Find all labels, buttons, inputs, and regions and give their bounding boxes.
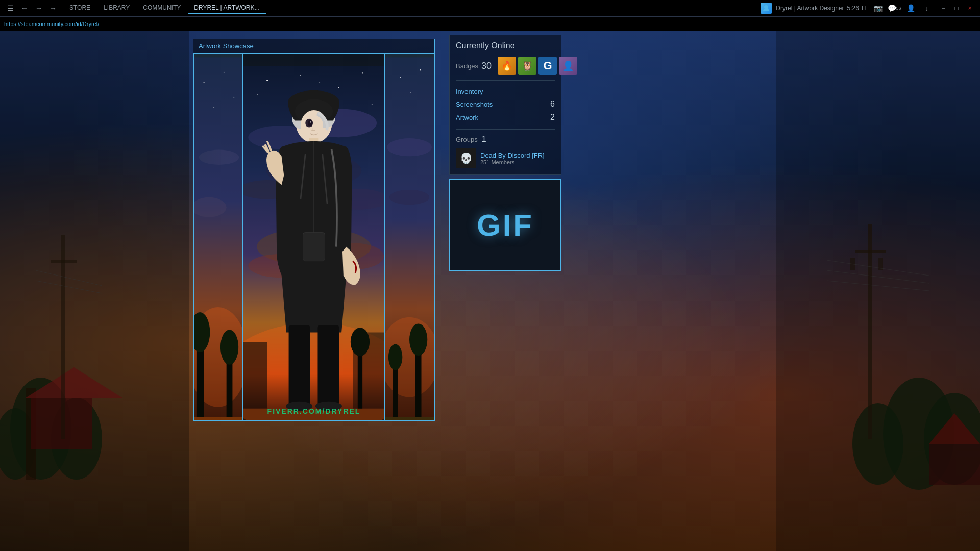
inventory-item: Inventory: [456, 86, 555, 97]
svg-point-11: [883, 378, 954, 490]
bg-left-overlay: [0, 31, 189, 551]
user-info: Dryrel | Artwork Designer 5:26 TL: [776, 5, 868, 12]
svg-point-80: [410, 92, 411, 93]
screenshot-icon[interactable]: 📷: [872, 2, 884, 14]
forward-button[interactable]: →: [33, 2, 45, 14]
svg-point-27: [213, 107, 214, 108]
svg-point-87: [388, 344, 402, 370]
svg-point-36: [266, 80, 268, 81]
artwork-count: 2: [550, 113, 555, 122]
svg-point-76: [351, 328, 370, 356]
svg-point-26: [233, 97, 234, 98]
svg-point-24: [204, 82, 205, 83]
screenshots-link[interactable]: Screenshots: [456, 101, 493, 108]
groups-label: Groups 1: [456, 135, 555, 144]
badge-g[interactable]: G: [538, 57, 557, 75]
screenshots-item: Screenshots 6: [456, 97, 555, 111]
download-icon[interactable]: ↓: [921, 2, 933, 14]
main-content: Artwork Showcase: [0, 31, 980, 551]
svg-rect-33: [227, 362, 233, 417]
badge-yellow[interactable]: 🔥: [498, 57, 516, 75]
info-panel-wrapper: Currently Online Badges 30 🔥 🦉 G 👤 Inven…: [449, 35, 561, 271]
url-text[interactable]: https://steamcommunity.com/id/Dryrel/: [4, 21, 99, 27]
friends-icon[interactable]: 👤: [904, 2, 917, 14]
svg-point-38: [338, 87, 339, 88]
svg-rect-31: [197, 347, 204, 417]
artwork-showcase: Artwork Showcase: [193, 39, 435, 421]
svg-rect-4: [26, 388, 36, 480]
close-button[interactable]: ×: [964, 2, 976, 14]
user-avatar[interactable]: [761, 3, 772, 14]
notification-count: 56: [896, 6, 901, 11]
badges-row: Badges 30 🔥 🦉 G 👤: [456, 57, 555, 75]
tab-community[interactable]: COMMUNITY: [137, 2, 187, 14]
showcase-title: Artwork Showcase: [193, 39, 434, 54]
svg-rect-70: [317, 325, 339, 407]
svg-rect-16: [850, 258, 855, 270]
stats-section: Inventory Screenshots 6 Artwork 2: [456, 86, 555, 124]
titlebar: ☰ ← → → STORE LIBRARY COMMUNITY DRYREL |…: [0, 0, 980, 16]
screenshots-count: 6: [550, 99, 555, 109]
svg-point-25: [224, 72, 225, 73]
menu-icon[interactable]: ☰: [4, 2, 16, 14]
online-status-header: Currently Online: [456, 41, 555, 51]
window-controls: − □ ×: [937, 2, 976, 14]
svg-line-20: [827, 281, 929, 291]
svg-rect-5: [31, 398, 92, 449]
inventory-link[interactable]: Inventory: [456, 88, 483, 95]
divider-2: [456, 129, 555, 130]
username: Dryrel | Artwork Designer: [776, 5, 844, 12]
svg-point-37: [300, 75, 301, 76]
divider-1: [456, 80, 555, 81]
group-name[interactable]: Dead By Discord [FR]: [480, 152, 545, 159]
svg-rect-75: [358, 352, 362, 409]
svg-point-85: [409, 323, 427, 356]
back-button[interactable]: ←: [18, 2, 31, 14]
group-avatar: 💀: [456, 148, 476, 168]
artwork-showcase-container: Artwork Showcase: [189, 35, 439, 421]
svg-rect-15: [855, 250, 886, 253]
maximize-button[interactable]: □: [950, 2, 963, 14]
svg-point-3: [0, 408, 36, 480]
badge-owl[interactable]: 🦉: [518, 57, 536, 75]
svg-point-40: [257, 94, 258, 95]
group-item[interactable]: 💀 Dead By Discord [FR] 251 Members: [456, 148, 555, 168]
chat-icon[interactable]: 💬 56: [888, 2, 900, 14]
badge-icons: 🔥 🦉 G 👤: [498, 57, 577, 75]
currently-online-panel: Currently Online Badges 30 🔥 🦉 G 👤 Inven…: [449, 35, 561, 175]
gif-panel[interactable]: GIF: [449, 179, 561, 271]
svg-rect-86: [393, 367, 398, 417]
panel-left[interactable]: [193, 54, 243, 421]
svg-point-2: [51, 398, 102, 480]
svg-point-82: [389, 190, 429, 205]
nav-controls: ☰ ← → →: [4, 2, 59, 14]
badge-anime[interactable]: 👤: [559, 57, 577, 75]
groups-text: Groups: [456, 136, 478, 143]
artwork-link[interactable]: Artwork: [456, 114, 478, 121]
svg-line-18: [827, 260, 929, 276]
svg-point-79: [420, 69, 421, 70]
address-bar: https://steamcommunity.com/id/Dryrel/: [0, 16, 980, 31]
tab-artwork[interactable]: DRYREL | ARTWORK...: [188, 2, 265, 14]
fiverr-watermark: FIVERR.COM/DRYREL: [267, 407, 361, 415]
svg-line-9: [36, 270, 102, 286]
fiverr-text: FIVERR.COM/: [267, 407, 326, 415]
gif-label: GIF: [477, 208, 534, 243]
svg-marker-6: [26, 367, 122, 398]
tab-library[interactable]: LIBRARY: [97, 2, 136, 14]
panel-center[interactable]: FIVERR.COM/DRYREL: [243, 54, 385, 421]
panel-right[interactable]: [385, 54, 434, 421]
fiverr-user: DRYREL: [325, 407, 360, 415]
svg-rect-7: [61, 235, 65, 439]
groups-count: 1: [482, 135, 486, 144]
minimize-button[interactable]: −: [937, 2, 949, 14]
bg-right-overlay: [776, 31, 980, 551]
svg-rect-68: [303, 233, 325, 261]
svg-point-34: [220, 330, 238, 365]
showcase-panels: FIVERR.COM/DRYREL: [193, 54, 434, 421]
svg-line-19: [827, 270, 929, 283]
svg-rect-14: [868, 224, 872, 439]
tab-store[interactable]: STORE: [63, 2, 96, 14]
refresh-button[interactable]: →: [47, 2, 59, 14]
svg-point-12: [924, 393, 980, 485]
